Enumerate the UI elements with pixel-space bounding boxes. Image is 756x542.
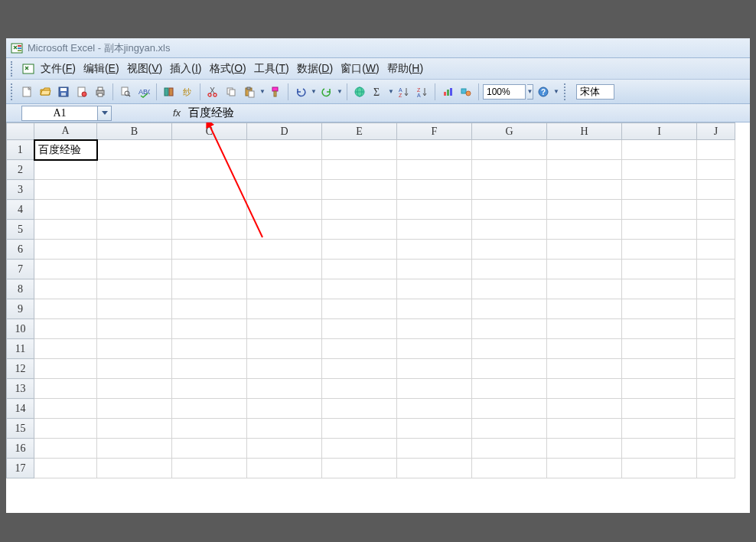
cell-H8[interactable] bbox=[547, 279, 622, 299]
zoom-dropdown[interactable]: ▼ bbox=[527, 84, 533, 100]
cell-B12[interactable] bbox=[97, 359, 172, 379]
cell-G6[interactable] bbox=[472, 240, 547, 260]
cell-C3[interactable] bbox=[172, 180, 247, 200]
cell-E17[interactable] bbox=[322, 459, 397, 478]
cell-E2[interactable] bbox=[322, 160, 397, 180]
font-input[interactable]: 宋体 bbox=[576, 84, 614, 100]
cell-B17[interactable] bbox=[97, 459, 172, 478]
row-header-7[interactable]: 7 bbox=[7, 260, 34, 279]
cell-A11[interactable] bbox=[34, 339, 97, 359]
cell-B8[interactable] bbox=[97, 279, 172, 299]
menu-help[interactable]: 帮助(H) bbox=[383, 60, 427, 77]
cell-J4[interactable] bbox=[697, 200, 735, 220]
cell-I5[interactable] bbox=[622, 220, 697, 240]
cell-A17[interactable] bbox=[34, 459, 97, 478]
cell-G3[interactable] bbox=[472, 180, 547, 200]
chart-wizard-icon[interactable] bbox=[439, 83, 456, 100]
row-header-14[interactable]: 14 bbox=[7, 399, 34, 419]
cell-E13[interactable] bbox=[322, 379, 397, 399]
row-header-17[interactable]: 17 bbox=[7, 459, 34, 478]
cell-D1[interactable] bbox=[247, 140, 322, 160]
col-header-D[interactable]: D bbox=[247, 123, 322, 140]
cell-E6[interactable] bbox=[322, 240, 397, 260]
cell-J3[interactable] bbox=[697, 180, 735, 200]
col-header-E[interactable]: E bbox=[322, 123, 397, 140]
cell-I2[interactable] bbox=[622, 160, 697, 180]
cell-E14[interactable] bbox=[322, 399, 397, 419]
cell-J15[interactable] bbox=[697, 419, 735, 439]
cell-I16[interactable] bbox=[622, 439, 697, 459]
cell-I8[interactable] bbox=[622, 279, 697, 299]
select-all-corner[interactable] bbox=[7, 123, 34, 140]
cell-F8[interactable] bbox=[397, 279, 472, 299]
cell-H10[interactable] bbox=[547, 319, 622, 339]
cell-C12[interactable] bbox=[172, 359, 247, 379]
menu-view[interactable]: 视图(V) bbox=[123, 60, 167, 77]
hyperlink-icon[interactable] bbox=[351, 83, 368, 100]
cell-D14[interactable] bbox=[247, 399, 322, 419]
cell-F5[interactable] bbox=[397, 220, 472, 240]
row-header-16[interactable]: 16 bbox=[7, 439, 34, 459]
cell-A15[interactable] bbox=[34, 419, 97, 439]
cell-F13[interactable] bbox=[397, 379, 472, 399]
cell-H9[interactable] bbox=[547, 299, 622, 319]
cell-D11[interactable] bbox=[247, 339, 322, 359]
cell-I7[interactable] bbox=[622, 260, 697, 279]
cell-G7[interactable] bbox=[472, 260, 547, 279]
cell-H16[interactable] bbox=[547, 439, 622, 459]
col-header-F[interactable]: F bbox=[397, 123, 472, 140]
cell-D3[interactable] bbox=[247, 180, 322, 200]
row-header-13[interactable]: 13 bbox=[7, 379, 34, 399]
menu-data[interactable]: 数据(D) bbox=[293, 60, 337, 77]
cell-I17[interactable] bbox=[622, 459, 697, 478]
cell-J5[interactable] bbox=[697, 220, 735, 240]
cell-B5[interactable] bbox=[97, 220, 172, 240]
cell-J10[interactable] bbox=[697, 319, 735, 339]
cell-B16[interactable] bbox=[97, 439, 172, 459]
cell-I11[interactable] bbox=[622, 339, 697, 359]
cell-E3[interactable] bbox=[322, 180, 397, 200]
row-header-9[interactable]: 9 bbox=[7, 299, 34, 319]
cell-D2[interactable] bbox=[247, 160, 322, 180]
col-header-C[interactable]: C bbox=[172, 123, 247, 140]
menu-format[interactable]: 格式(O) bbox=[206, 60, 250, 77]
cell-I1[interactable] bbox=[622, 140, 697, 160]
cell-F14[interactable] bbox=[397, 399, 472, 419]
cell-C17[interactable] bbox=[172, 459, 247, 478]
cell-D12[interactable] bbox=[247, 359, 322, 379]
cell-D4[interactable] bbox=[247, 200, 322, 220]
cell-D17[interactable] bbox=[247, 459, 322, 478]
cell-C8[interactable] bbox=[172, 279, 247, 299]
cell-E12[interactable] bbox=[322, 359, 397, 379]
cell-I9[interactable] bbox=[622, 299, 697, 319]
col-header-I[interactable]: I bbox=[622, 123, 697, 140]
row-header-10[interactable]: 10 bbox=[7, 319, 34, 339]
print-preview-icon[interactable] bbox=[117, 83, 134, 100]
cut-icon[interactable] bbox=[204, 83, 221, 100]
col-header-B[interactable]: B bbox=[97, 123, 172, 140]
cell-H7[interactable] bbox=[547, 260, 622, 279]
row-header-6[interactable]: 6 bbox=[7, 240, 34, 260]
cell-A6[interactable] bbox=[34, 240, 97, 260]
cell-B4[interactable] bbox=[97, 200, 172, 220]
paste-dropdown[interactable]: ▼ bbox=[259, 83, 266, 100]
cell-G11[interactable] bbox=[472, 339, 547, 359]
cell-C7[interactable] bbox=[172, 260, 247, 279]
menu-edit[interactable]: 编辑(E) bbox=[80, 60, 123, 77]
cell-H15[interactable] bbox=[547, 419, 622, 439]
sort-desc-icon[interactable]: ZA bbox=[414, 83, 431, 100]
row-header-5[interactable]: 5 bbox=[7, 220, 34, 240]
format-toolbar-grip[interactable] bbox=[564, 83, 569, 100]
cell-F12[interactable] bbox=[397, 359, 472, 379]
spelling-icon[interactable]: ABC bbox=[135, 83, 152, 100]
cell-E9[interactable] bbox=[322, 299, 397, 319]
cell-C14[interactable] bbox=[172, 399, 247, 419]
cell-B6[interactable] bbox=[97, 240, 172, 260]
format-painter-icon[interactable] bbox=[267, 83, 284, 100]
cell-I15[interactable] bbox=[622, 419, 697, 439]
cell-C16[interactable] bbox=[172, 439, 247, 459]
cell-H13[interactable] bbox=[547, 379, 622, 399]
worksheet-grid[interactable]: ABCDEFGHIJ1百度经验234567891011121314151617 bbox=[6, 122, 750, 513]
cell-G1[interactable] bbox=[472, 140, 547, 160]
name-box-dropdown[interactable] bbox=[98, 106, 112, 121]
